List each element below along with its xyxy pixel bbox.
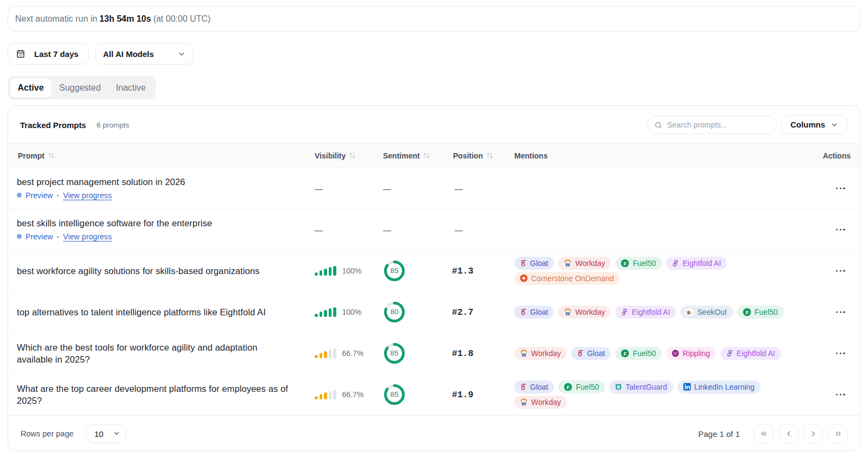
svg-text:w: w: [565, 261, 571, 267]
svg-text:F: F: [745, 309, 749, 315]
svg-text:F: F: [567, 384, 570, 390]
svg-text:w: w: [521, 351, 526, 357]
svg-text:›: ›: [690, 309, 692, 315]
svg-text:w: w: [565, 310, 571, 316]
svg-text:F: F: [624, 260, 627, 266]
svg-text:F: F: [624, 350, 627, 356]
svg-text:w: w: [521, 400, 526, 406]
